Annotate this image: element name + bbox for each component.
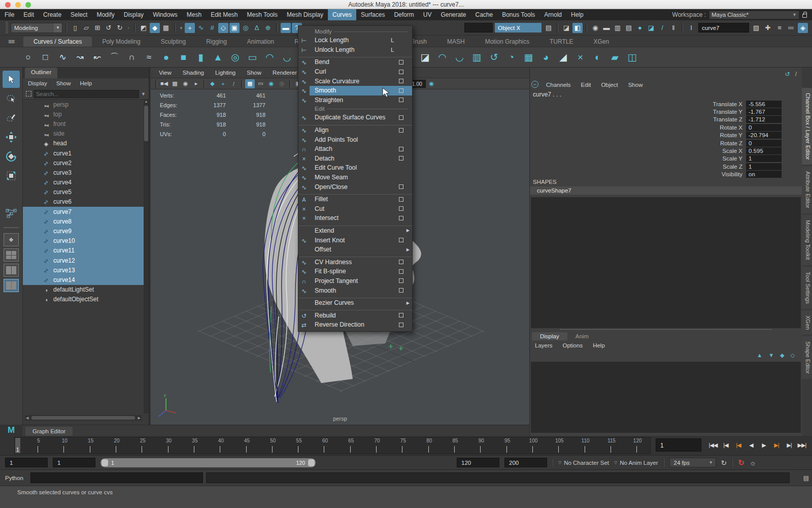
outliner-item[interactable]: curve7 xyxy=(23,207,144,216)
go-to-end-button[interactable]: ▶▶| xyxy=(796,438,808,452)
option-box[interactable] xyxy=(399,88,403,93)
menu[interactable]: Select xyxy=(66,9,92,20)
option-box[interactable] xyxy=(399,323,403,327)
attribute-value-field[interactable]: 1 xyxy=(746,155,782,162)
menu-item[interactable]: Smooth ▶ xyxy=(298,86,412,96)
attribute-list-toggle-icon[interactable]: ≔ xyxy=(786,23,796,33)
side-tab[interactable]: Tool Settings xyxy=(802,267,812,309)
current-frame-marker[interactable]: 1 xyxy=(15,438,20,453)
camera-attributes-icon[interactable]: ◉ xyxy=(181,79,190,88)
attribute-value-field[interactable]: -20.794 xyxy=(746,132,782,139)
channel-box-menu[interactable]: Channels xyxy=(546,82,571,88)
isolate-select-icon[interactable]: ◆ xyxy=(208,79,217,88)
menu[interactable]: Bonus Tools xyxy=(497,9,539,20)
outliner-item[interactable]: front xyxy=(23,119,144,129)
playback-end-field[interactable]: 120 xyxy=(457,458,499,467)
scale-tool[interactable] xyxy=(3,167,20,184)
collapse-arrow-icon[interactable]: › xyxy=(126,23,131,33)
menu[interactable]: Deform xyxy=(389,9,418,20)
select-component-icon[interactable]: ▦ xyxy=(161,23,171,33)
menu[interactable]: Mesh Display xyxy=(282,9,328,20)
option-box[interactable] xyxy=(399,128,403,133)
attribute-value-field[interactable]: -5.556 xyxy=(746,101,782,108)
paint-select-tool[interactable] xyxy=(3,109,20,126)
command-language-label[interactable]: Python xyxy=(5,475,27,481)
step-forward-frame-button[interactable]: ▶| xyxy=(783,438,795,452)
new-layer-selected-icon[interactable]: ◇ xyxy=(791,352,795,359)
range-start-handle[interactable] xyxy=(101,459,108,466)
menu-set-dropdown[interactable]: Modeling▼ xyxy=(11,23,62,33)
wireframe-icon[interactable]: ▦ xyxy=(245,79,255,88)
snap-center-icon[interactable]: ◎ xyxy=(241,23,251,33)
pause-icon[interactable]: ‖ xyxy=(668,23,679,33)
divider[interactable] xyxy=(155,80,157,88)
shelf-tab[interactable]: MASH xyxy=(437,37,475,47)
open-scene-icon[interactable]: ▱ xyxy=(81,23,91,33)
divider[interactable] xyxy=(289,80,291,88)
attribute-value-field[interactable]: 0 xyxy=(746,124,782,131)
character-controls-toggle-icon[interactable]: ✚ xyxy=(763,23,773,33)
menu[interactable]: Help xyxy=(566,9,588,20)
divider[interactable] xyxy=(276,23,278,33)
rotate-tool[interactable] xyxy=(3,148,20,165)
playback-start-field[interactable]: 1 xyxy=(53,458,95,467)
option-box[interactable] xyxy=(399,278,403,283)
divider[interactable] xyxy=(682,23,683,33)
shelf-tab[interactable]: Poly Modeling xyxy=(92,37,150,47)
square-surface-icon[interactable]: ▰ xyxy=(607,49,623,65)
curve-fillet-icon[interactable]: ≈ xyxy=(141,49,157,65)
menu[interactable]: Cache xyxy=(470,9,497,20)
menu-item[interactable]: Open/Close ▶ xyxy=(298,182,412,192)
menu[interactable]: Generate xyxy=(436,9,470,20)
outliner-item[interactable]: persp xyxy=(23,100,144,109)
layer-editor-menu[interactable]: Options xyxy=(563,342,583,348)
viewport-menu[interactable]: Lighting xyxy=(215,70,235,76)
measure-icon[interactable]: / xyxy=(229,79,239,88)
panel-divider[interactable] xyxy=(560,329,771,330)
nurbs-torus-icon[interactable]: ◎ xyxy=(227,49,243,65)
menu[interactable]: Windows xyxy=(148,9,182,20)
attribute-value-field[interactable]: -1.767 xyxy=(746,108,782,115)
menu-item[interactable]: Duplicate Surface Curves ▶ xyxy=(298,113,412,122)
divider[interactable] xyxy=(134,23,136,33)
snap-point-icon[interactable]: # xyxy=(207,23,217,33)
divider[interactable] xyxy=(586,23,587,33)
field-chart-icon[interactable]: + xyxy=(218,79,228,88)
outliner-item[interactable]: side xyxy=(23,129,144,139)
auto-keyframe-toggle-icon[interactable]: ↻ xyxy=(738,458,745,467)
menu[interactable]: Edit Mesh xyxy=(206,9,242,20)
outliner-item[interactable]: defaultLightSet xyxy=(23,285,144,295)
option-box[interactable] xyxy=(399,60,403,65)
menu-item[interactable]: Reverse Direction ▶ xyxy=(298,320,412,330)
menu-arrow-icon[interactable]: ▾ xyxy=(179,23,184,33)
channel-box-on-toggle-icon[interactable]: on xyxy=(531,81,538,88)
step-back-frame-button[interactable]: |◀ xyxy=(720,438,732,452)
move-layer-down-icon[interactable]: ▼ xyxy=(768,352,774,359)
menu-item[interactable]: Bezier Curves ▶ xyxy=(298,298,412,308)
animation-start-field[interactable]: 1 xyxy=(5,458,48,467)
make-live-icon[interactable]: ∆ xyxy=(252,23,262,33)
snap-view-icon[interactable]: ▣ xyxy=(229,23,240,33)
menu-item[interactable]: Fillet ▶ xyxy=(298,195,412,204)
speed-gauge-icon[interactable]: ↺ xyxy=(785,71,790,78)
list-input-icon[interactable]: ◪ xyxy=(561,23,571,33)
layer-editor-tab[interactable]: Display xyxy=(532,332,567,340)
nurbs-cone-icon[interactable]: ▲ xyxy=(210,49,226,65)
drag-grip[interactable] xyxy=(6,22,8,34)
ep-curve-icon[interactable]: ↝ xyxy=(72,49,88,65)
untrim-icon[interactable]: ◪ xyxy=(417,49,433,65)
outliner-item[interactable]: curve9 xyxy=(23,226,144,236)
menu[interactable]: Modify xyxy=(92,9,119,20)
outliner-horizontal-scrollbar[interactable]: ◀▶ xyxy=(25,415,142,421)
animation-preferences-icon[interactable]: ☼ xyxy=(750,459,756,467)
menu[interactable]: Edit xyxy=(19,9,39,20)
menu-item[interactable]: Project Tangent ▶ xyxy=(298,276,412,286)
option-box[interactable] xyxy=(399,238,403,242)
option-box[interactable] xyxy=(399,206,403,211)
selection-mask-field[interactable] xyxy=(464,23,493,33)
arc-icon[interactable]: ⌒ xyxy=(107,49,122,65)
scroll-up-icon[interactable]: ▲ xyxy=(144,100,149,103)
nurbs-cube-icon[interactable]: ■ xyxy=(176,49,191,65)
viewport-menu[interactable]: View xyxy=(159,70,172,76)
search-input[interactable] xyxy=(33,90,139,98)
